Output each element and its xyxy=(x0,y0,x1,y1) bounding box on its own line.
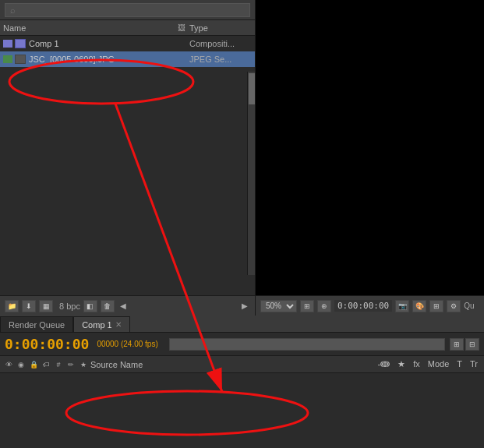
timeline-header-row: 👁 ◉ 🔒 🏷 # ✏ ★ Source Name -ↈ ★ fx Mode T… xyxy=(0,356,484,373)
source-name-header: Source Name xyxy=(90,360,206,369)
name-column-header: Name xyxy=(3,23,174,33)
project-bottom-bar: 📁 ⬇ ▦ 8 bpc ◧ 🗑 ◀ ▶ xyxy=(0,295,255,316)
bpc-label: 8 bpc xyxy=(59,302,80,311)
tab-label-render-queue: Render Queue xyxy=(9,320,65,330)
type-column-header: Type xyxy=(189,23,252,33)
camera-button[interactable]: 📷 xyxy=(395,300,409,312)
timeline-icon-1[interactable]: ⊞ xyxy=(450,338,464,351)
preview-area xyxy=(256,0,484,295)
main-container: Name 🖼 Type Comp 1 Compositi... xyxy=(0,0,484,448)
quick-label: Qu xyxy=(464,302,474,310)
project-list-area: Comp 1 Compositi... JSC_[0005-0600].JPG … xyxy=(0,36,255,295)
fit-button[interactable]: ⊞ xyxy=(300,300,314,312)
tr-header: Tr xyxy=(470,359,478,369)
timeline-right-headers: -ↈ ★ fx Mode T Tr xyxy=(378,359,481,369)
tab-bar: Render Queue Comp 1 ✕ xyxy=(0,316,484,333)
timeline-icon-2[interactable]: ⊟ xyxy=(465,338,479,351)
grid-button[interactable]: ⊞ xyxy=(429,300,443,312)
project-scrollbar[interactable] xyxy=(247,72,255,275)
color-button[interactable]: 🎨 xyxy=(412,300,426,312)
zoom-select[interactable]: 50% xyxy=(260,300,297,312)
scroll-left-button[interactable]: ◀ xyxy=(118,301,129,312)
pen-icon[interactable]: ✏ xyxy=(65,359,76,370)
solo-icon[interactable]: ◉ xyxy=(16,359,26,370)
scroll-right-button[interactable]: ▶ xyxy=(239,301,250,312)
new-folder-button[interactable]: 📁 xyxy=(5,300,19,312)
project-list-header: Name 🖼 Type xyxy=(0,20,255,36)
tab-close-comp1[interactable]: ✕ xyxy=(115,320,122,329)
timeline-area: 0:00:00:00 00000 (24.00 fps) ⊞ ⊟ 👁 ◉ 🔒 🏷 xyxy=(0,333,484,448)
search-input[interactable] xyxy=(5,3,250,17)
star-icon[interactable]: ★ xyxy=(78,359,89,370)
top-area: Name 🖼 Type Comp 1 Compositi... xyxy=(0,0,484,316)
delete-button[interactable]: 🗑 xyxy=(101,300,115,312)
timeline-content xyxy=(0,373,484,448)
tab-render-queue[interactable]: Render Queue xyxy=(0,316,73,332)
search-bar xyxy=(0,0,255,20)
timeline-search-bar[interactable] xyxy=(169,338,445,351)
project-panel: Name 🖼 Type Comp 1 Compositi... xyxy=(0,0,256,316)
bottom-area: Render Queue Comp 1 ✕ 0:00:00:00 00000 (… xyxy=(0,316,484,448)
scrollbar-thumb xyxy=(249,73,255,104)
footage-icon xyxy=(15,55,26,64)
preview-panel: 50% ⊞ ⊕ 0:00:00:00 📷 🎨 ⊞ ⚙ Qu xyxy=(256,0,484,316)
project-list: Comp 1 Compositi... JSC_[0005-0600].JPG … xyxy=(0,36,255,67)
t-header: T xyxy=(457,359,462,369)
type-icon-header: 🖼 xyxy=(174,23,189,32)
timeline-layer-controls: 👁 ◉ 🔒 🏷 # ✏ ★ Source Name xyxy=(3,359,206,370)
lock-icon[interactable]: 🔒 xyxy=(28,359,39,370)
footage-color-box xyxy=(3,55,12,63)
item-type-comp1: Compositi... xyxy=(189,39,252,48)
minus-icon: -ↈ xyxy=(378,359,390,369)
list-item[interactable]: JSC_[0005-0600].JPG JPEG Se... xyxy=(0,51,255,67)
tab-label-comp1: Comp 1 xyxy=(82,320,112,330)
item-type-footage: JPEG Se... xyxy=(189,55,252,64)
comp-color-box xyxy=(3,40,12,48)
eye-icon[interactable]: 👁 xyxy=(3,359,14,370)
timeline-timecode: 0:00:00:00 xyxy=(5,336,89,352)
color-settings-button[interactable]: ◧ xyxy=(83,300,97,312)
new-comp-button[interactable]: ▦ xyxy=(39,300,53,312)
fx-label: fx xyxy=(413,359,420,369)
item-name-footage: JSC_[0005-0600].JPG xyxy=(29,55,189,64)
import-button[interactable]: ⬇ xyxy=(22,300,36,312)
comp-icon xyxy=(15,39,26,48)
magnify-button[interactable]: ⊕ xyxy=(317,300,331,312)
item-name-comp1: Comp 1 xyxy=(29,39,189,48)
mode-header: Mode xyxy=(428,359,450,369)
preview-bottom-bar: 50% ⊞ ⊕ 0:00:00:00 📷 🎨 ⊞ ⚙ Qu xyxy=(256,295,484,316)
number-icon[interactable]: # xyxy=(53,359,64,370)
timeline-right-icons: ⊞ ⊟ xyxy=(450,338,479,351)
fps-label: 00000 (24.00 fps) xyxy=(97,340,157,348)
label-icon[interactable]: 🏷 xyxy=(41,359,51,370)
preview-timecode: 0:00:00:00 xyxy=(334,300,392,312)
list-item[interactable]: Comp 1 Compositi... xyxy=(0,36,255,51)
star-right-icon: ★ xyxy=(397,359,405,369)
tab-comp1[interactable]: Comp 1 ✕ xyxy=(73,316,130,332)
settings-button[interactable]: ⚙ xyxy=(447,300,461,312)
timeline-top-bar: 0:00:00:00 00000 (24.00 fps) ⊞ ⊟ xyxy=(0,333,484,356)
